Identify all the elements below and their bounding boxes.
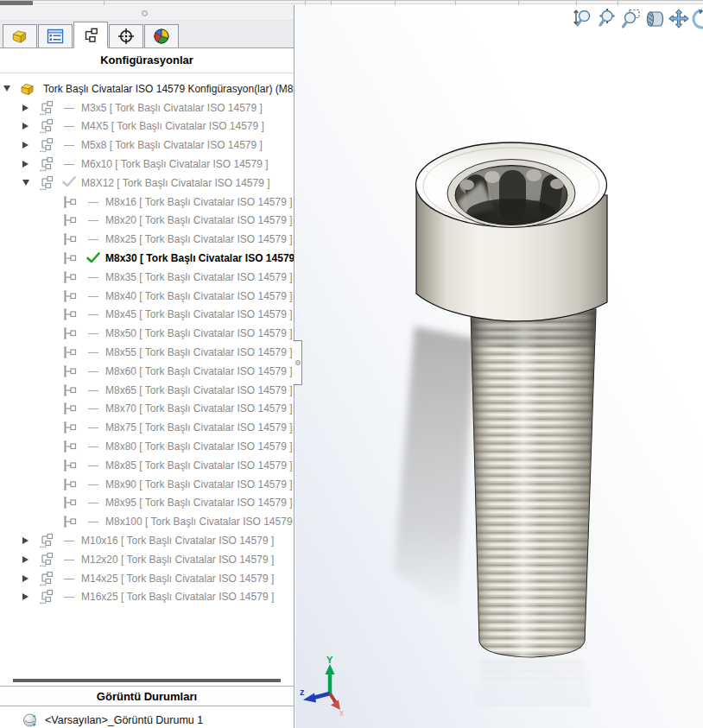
display-state-item[interactable]: <Varsayılan>_Görüntü Durumu 1	[0, 712, 294, 728]
expander-collapsed-icon[interactable]	[22, 161, 38, 168]
tree-item[interactable]: —M16x25 [ Tork Başlı Civatalar ISO 14579…	[0, 588, 294, 607]
dash-marker: —	[62, 140, 76, 150]
derived-configuration-icon	[62, 420, 79, 435]
tree-item[interactable]: —M8x75 [ Tork Başlı Civatalar ISO 14579 …	[0, 418, 294, 437]
expander-collapsed-icon[interactable]	[22, 556, 38, 563]
config-name: M6x10 [ Tork Başlı Civatalar ISO 14579 ]	[81, 158, 269, 170]
config-name: M8x60 [ Tork Başlı Civatalar ISO 14579 ]	[105, 365, 293, 377]
floor-reflection	[473, 656, 591, 706]
tree-item[interactable]: —M8x25 [ Tork Başlı Civatalar ISO 14579 …	[0, 230, 294, 249]
tree-item[interactable]: M8X12 [ Tork Başlı Civatalar ISO 14579 ]	[0, 174, 294, 193]
derived-icon	[62, 477, 79, 492]
derived-icon	[62, 326, 79, 341]
tree-item[interactable]: —M8x80 [ Tork Başlı Civatalar ISO 14579 …	[0, 437, 294, 456]
dash-marker: —	[62, 103, 76, 113]
config-name: M8x85 [ Tork Başlı Civatalar ISO 14579 ]	[105, 459, 293, 472]
tree-item[interactable]: —M8x20 [ Tork Başlı Civatalar ISO 14579 …	[0, 212, 294, 231]
derived-configuration-icon	[62, 269, 79, 285]
tree-item[interactable]: —M8x100 [ Tork Başlı Civatalar ISO 14579…	[0, 512, 294, 531]
expander-collapsed-icon[interactable]	[22, 537, 38, 544]
active-check-icon	[86, 252, 100, 265]
pan-icon[interactable]	[668, 8, 690, 30]
dimxpertmanager-tab[interactable]	[109, 24, 143, 47]
dash-marker: —	[86, 516, 100, 527]
config-icon	[38, 552, 55, 567]
tree-item[interactable]: —M8x45 [ Tork Başlı Civatalar ISO 14579 …	[0, 306, 294, 325]
zoom-in-out-icon[interactable]	[571, 8, 593, 30]
dash-marker: —	[86, 272, 100, 282]
display-state-icon	[22, 712, 38, 728]
derived-configuration-icon	[62, 288, 79, 304]
tree-item[interactable]: —M14x25 [ Tork Başlı Civatalar ISO 14579…	[0, 569, 294, 588]
derived-icon	[62, 383, 79, 398]
featuremanager-tab[interactable]	[3, 24, 37, 47]
expander-expanded-icon[interactable]	[22, 180, 38, 186]
expander-collapsed-icon[interactable]	[22, 142, 38, 149]
dash-marker: —	[86, 291, 100, 301]
target-icon	[117, 28, 136, 45]
panel-collapse-handle[interactable]	[293, 340, 302, 385]
configuration-icon	[38, 100, 55, 116]
part-icon	[19, 81, 36, 97]
tree-item[interactable]: —M4X5 [ Tork Başlı Civatalar ISO 14579 ]	[0, 117, 294, 136]
tree-item[interactable]: —M6x10 [ Tork Başlı Civatalar ISO 14579 …	[0, 155, 294, 174]
tree-item[interactable]: —M8x40 [ Tork Başlı Civatalar ISO 14579 …	[0, 287, 294, 306]
derived-configuration-icon	[62, 231, 79, 247]
tree-item[interactable]: —M12x20 [ Tork Başlı Civatalar ISO 14579…	[0, 550, 294, 569]
tree-item[interactable]: —M10x16 [ Tork Başlı Civatalar ISO 14579…	[0, 531, 294, 550]
displaymanager-tab[interactable]	[144, 24, 179, 47]
tree-item[interactable]: —M8x16 [ Tork Başlı Civatalar ISO 14579 …	[0, 193, 294, 212]
check-icon	[86, 252, 100, 263]
config-name: M8x16 [ Tork Başlı Civatalar ISO 14579 ]	[105, 196, 293, 208]
config-name: M10x16 [ Tork Başlı Civatalar ISO 14579 …	[81, 535, 274, 547]
configurationmanager-tab[interactable]	[73, 22, 108, 48]
tree-item[interactable]: —M3x5 [ Tork Başlı Civatalar ISO 14579 ]	[0, 98, 294, 117]
triad-z-label: z	[300, 687, 305, 697]
dash-marker: —	[86, 234, 100, 244]
tree-item[interactable]: —M8x95 [ Tork Başlı Civatalar ISO 14579 …	[0, 494, 294, 513]
configuration-icon	[38, 589, 55, 605]
tree-item[interactable]: —M8x65 [ Tork Başlı Civatalar ISO 14579 …	[0, 381, 294, 400]
bolt-head	[416, 142, 608, 321]
panel-splitter[interactable]	[0, 675, 294, 686]
tree-item[interactable]: Tork Başlı Civatalar ISO 14579 Konfigüra…	[0, 79, 294, 98]
expander-expanded-icon[interactable]	[3, 85, 19, 92]
manager-tab-bar	[0, 21, 294, 48]
tree-item[interactable]: —M8x70 [ Tork Başlı Civatalar ISO 14579 …	[0, 400, 294, 419]
heads-up-toolbar	[571, 8, 703, 30]
bolt-3d-model[interactable]	[328, 130, 674, 706]
config-name: M4X5 [ Tork Başlı Civatalar ISO 14579 ]	[81, 120, 264, 132]
tree-item[interactable]: —M8x90 [ Tork Başlı Civatalar ISO 14579 …	[0, 475, 294, 494]
zoom-to-area-icon[interactable]	[619, 8, 642, 30]
tree-item[interactable]: —M5x8 [ Tork Başlı Civatalar ISO 14579 ]	[0, 136, 294, 155]
cast-shadow	[394, 326, 475, 615]
config-name: M16x25 [ Tork Başlı Civatalar ISO 14579 …	[81, 591, 274, 603]
zoom-to-fit-icon[interactable]	[595, 8, 618, 30]
config-icon	[38, 137, 55, 153]
tree-item[interactable]: —M8x85 [ Tork Başlı Civatalar ISO 14579 …	[0, 456, 294, 475]
expander-collapsed-icon[interactable]	[22, 593, 38, 600]
expander-collapsed-icon[interactable]	[22, 104, 38, 111]
tree-item[interactable]: —M8x60 [ Tork Başlı Civatalar ISO 14579 …	[0, 362, 294, 381]
expander-collapsed-icon[interactable]	[22, 575, 38, 582]
derived-configuration-icon	[62, 307, 79, 322]
tree-item[interactable]: —M8x55 [ Tork Başlı Civatalar ISO 14579 …	[0, 343, 294, 362]
derived-configuration-icon	[62, 477, 79, 492]
tree-item[interactable]: M8x30 [ Tork Başlı Civatalar ISO 14579 ]	[0, 249, 294, 268]
tree-item[interactable]: —M8x35 [ Tork Başlı Civatalar ISO 14579 …	[0, 268, 294, 287]
config-name: M8x20 [ Tork Başlı Civatalar ISO 14579 ]	[105, 214, 293, 226]
dash-marker: —	[62, 592, 76, 602]
dash-marker: —	[62, 573, 76, 584]
section-view-icon[interactable]	[643, 8, 666, 30]
config-name: M8x80 [ Tork Başlı Civatalar ISO 14579 ]	[105, 440, 293, 453]
commandmanager-bottom-edge	[0, 0, 703, 4]
panel-top-grip[interactable]	[0, 5, 294, 21]
tree-item[interactable]: —M8x50 [ Tork Başlı Civatalar ISO 14579 …	[0, 324, 294, 343]
config-icon	[38, 100, 55, 116]
rotate-view-icon[interactable]	[692, 8, 703, 30]
graphics-viewport[interactable]: z Y x	[295, 5, 703, 728]
derived-configuration-icon	[62, 194, 79, 210]
propertymanager-tab[interactable]	[38, 24, 73, 47]
dash-marker: —	[86, 366, 100, 377]
expander-collapsed-icon[interactable]	[22, 123, 38, 130]
